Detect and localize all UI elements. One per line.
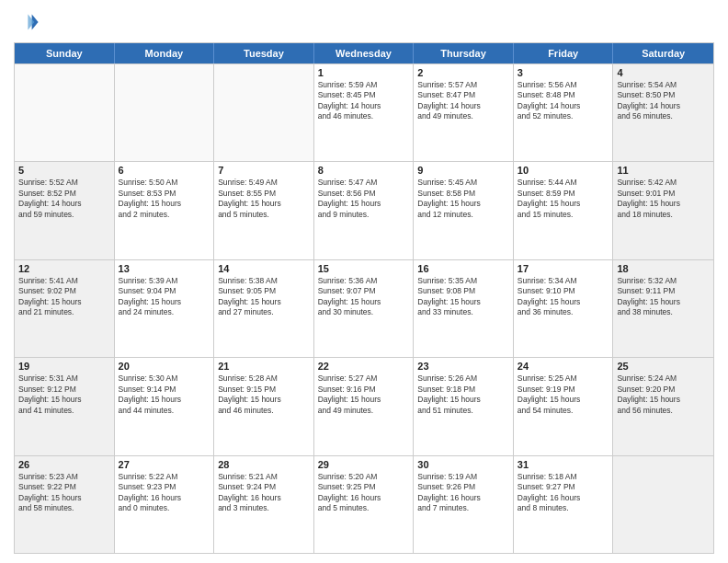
calendar-cell-day-10: 10Sunrise: 5:44 AM Sunset: 8:59 PM Dayli… — [514, 162, 614, 259]
day-number: 20 — [119, 361, 210, 372]
day-info: Sunrise: 5:49 AM Sunset: 8:55 PM Dayligh… — [218, 178, 310, 220]
calendar-cell-day-17: 17Sunrise: 5:34 AM Sunset: 9:10 PM Dayli… — [514, 260, 614, 357]
day-number: 6 — [119, 165, 210, 176]
day-number: 3 — [518, 67, 609, 78]
day-number: 30 — [417, 459, 509, 470]
calendar-cell-day-23: 23Sunrise: 5:26 AM Sunset: 9:18 PM Dayli… — [414, 358, 514, 454]
day-info: Sunrise: 5:54 AM Sunset: 8:50 PM Dayligh… — [617, 80, 710, 122]
day-info: Sunrise: 5:42 AM Sunset: 9:01 PM Dayligh… — [617, 178, 710, 220]
day-number: 27 — [119, 459, 210, 470]
calendar-cell-day-18: 18Sunrise: 5:32 AM Sunset: 9:11 PM Dayli… — [613, 260, 713, 357]
day-info: Sunrise: 5:22 AM Sunset: 9:23 PM Dayligh… — [119, 472, 210, 514]
calendar-cell-day-7: 7Sunrise: 5:49 AM Sunset: 8:55 PM Daylig… — [214, 162, 314, 259]
calendar-cell-day-3: 3Sunrise: 5:56 AM Sunset: 8:48 PM Daylig… — [514, 64, 614, 161]
day-info: Sunrise: 5:59 AM Sunset: 8:45 PM Dayligh… — [318, 80, 410, 122]
day-number: 29 — [318, 459, 410, 470]
calendar-header: SundayMondayTuesdayWednesdayThursdayFrid… — [15, 43, 713, 63]
calendar-row-3: 19Sunrise: 5:31 AM Sunset: 9:12 PM Dayli… — [15, 357, 713, 454]
day-info: Sunrise: 5:52 AM Sunset: 8:52 PM Dayligh… — [18, 178, 110, 220]
calendar-cell-day-9: 9Sunrise: 5:45 AM Sunset: 8:58 PM Daylig… — [414, 162, 514, 259]
calendar-cell-day-6: 6Sunrise: 5:50 AM Sunset: 8:53 PM Daylig… — [115, 162, 215, 259]
day-info: Sunrise: 5:45 AM Sunset: 8:58 PM Dayligh… — [417, 178, 509, 220]
day-number: 24 — [518, 361, 609, 372]
weekday-header-thursday: Thursday — [414, 43, 514, 63]
calendar-cell-day-19: 19Sunrise: 5:31 AM Sunset: 9:12 PM Dayli… — [15, 358, 115, 454]
day-number: 22 — [318, 361, 410, 372]
weekday-header-monday: Monday — [115, 43, 215, 63]
calendar-cell-empty — [115, 64, 215, 161]
day-info: Sunrise: 5:36 AM Sunset: 9:07 PM Dayligh… — [318, 276, 410, 318]
calendar-cell-day-30: 30Sunrise: 5:19 AM Sunset: 9:26 PM Dayli… — [414, 456, 514, 553]
day-info: Sunrise: 5:50 AM Sunset: 8:53 PM Dayligh… — [119, 178, 210, 220]
weekday-header-wednesday: Wednesday — [314, 43, 415, 63]
calendar-cell-day-31: 31Sunrise: 5:18 AM Sunset: 9:27 PM Dayli… — [514, 456, 614, 553]
calendar-cell-day-21: 21Sunrise: 5:28 AM Sunset: 9:15 PM Dayli… — [214, 358, 314, 454]
header — [14, 9, 714, 35]
day-number: 31 — [518, 459, 609, 470]
weekday-header-friday: Friday — [514, 43, 614, 63]
calendar-cell-day-11: 11Sunrise: 5:42 AM Sunset: 9:01 PM Dayli… — [613, 162, 713, 259]
calendar-cell-day-16: 16Sunrise: 5:35 AM Sunset: 9:08 PM Dayli… — [414, 260, 514, 357]
day-number: 13 — [119, 263, 210, 274]
day-number: 10 — [518, 165, 609, 176]
day-info: Sunrise: 5:34 AM Sunset: 9:10 PM Dayligh… — [518, 276, 609, 318]
day-info: Sunrise: 5:56 AM Sunset: 8:48 PM Dayligh… — [518, 80, 609, 122]
calendar-row-2: 12Sunrise: 5:41 AM Sunset: 9:02 PM Dayli… — [15, 259, 713, 357]
day-number: 14 — [218, 263, 310, 274]
day-number: 17 — [518, 263, 609, 274]
day-number: 19 — [18, 361, 110, 372]
day-number: 18 — [617, 263, 710, 274]
day-info: Sunrise: 5:18 AM Sunset: 9:27 PM Dayligh… — [518, 472, 609, 514]
day-number: 16 — [417, 263, 509, 274]
day-info: Sunrise: 5:30 AM Sunset: 9:14 PM Dayligh… — [119, 373, 210, 416]
day-info: Sunrise: 5:41 AM Sunset: 9:02 PM Dayligh… — [18, 276, 110, 318]
day-number: 7 — [218, 165, 310, 176]
day-info: Sunrise: 5:44 AM Sunset: 8:59 PM Dayligh… — [518, 178, 609, 220]
day-info: Sunrise: 5:57 AM Sunset: 8:47 PM Dayligh… — [417, 80, 509, 122]
calendar-cell-empty — [214, 64, 314, 161]
calendar-row-0: 1Sunrise: 5:59 AM Sunset: 8:45 PM Daylig… — [15, 63, 713, 161]
weekday-header-tuesday: Tuesday — [214, 43, 314, 63]
calendar-cell-day-1: 1Sunrise: 5:59 AM Sunset: 8:45 PM Daylig… — [314, 64, 415, 161]
day-number: 25 — [617, 361, 710, 372]
calendar-cell-day-25: 25Sunrise: 5:24 AM Sunset: 9:20 PM Dayli… — [613, 358, 713, 454]
day-info: Sunrise: 5:21 AM Sunset: 9:24 PM Dayligh… — [218, 472, 310, 514]
logo — [14, 9, 43, 35]
calendar-cell-day-12: 12Sunrise: 5:41 AM Sunset: 9:02 PM Dayli… — [15, 260, 115, 357]
day-info: Sunrise: 5:39 AM Sunset: 9:04 PM Dayligh… — [119, 276, 210, 318]
day-number: 9 — [417, 165, 509, 176]
calendar-row-4: 26Sunrise: 5:23 AM Sunset: 9:22 PM Dayli… — [15, 455, 713, 553]
logo-icon — [14, 9, 40, 35]
day-number: 28 — [218, 459, 310, 470]
day-info: Sunrise: 5:26 AM Sunset: 9:18 PM Dayligh… — [417, 373, 509, 416]
day-number: 4 — [617, 67, 710, 78]
day-number: 2 — [417, 67, 509, 78]
day-info: Sunrise: 5:23 AM Sunset: 9:22 PM Dayligh… — [18, 472, 110, 514]
calendar-cell-day-27: 27Sunrise: 5:22 AM Sunset: 9:23 PM Dayli… — [115, 456, 215, 553]
calendar-body: 1Sunrise: 5:59 AM Sunset: 8:45 PM Daylig… — [15, 63, 713, 553]
calendar-cell-day-5: 5Sunrise: 5:52 AM Sunset: 8:52 PM Daylig… — [15, 162, 115, 259]
day-info: Sunrise: 5:32 AM Sunset: 9:11 PM Dayligh… — [617, 276, 710, 318]
calendar-cell-day-14: 14Sunrise: 5:38 AM Sunset: 9:05 PM Dayli… — [214, 260, 314, 357]
calendar-cell-day-13: 13Sunrise: 5:39 AM Sunset: 9:04 PM Dayli… — [115, 260, 215, 357]
calendar-cell-day-29: 29Sunrise: 5:20 AM Sunset: 9:25 PM Dayli… — [314, 456, 415, 553]
day-number: 11 — [617, 165, 710, 176]
day-number: 5 — [18, 165, 110, 176]
calendar-cell-day-8: 8Sunrise: 5:47 AM Sunset: 8:56 PM Daylig… — [314, 162, 415, 259]
calendar-row-1: 5Sunrise: 5:52 AM Sunset: 8:52 PM Daylig… — [15, 161, 713, 259]
day-info: Sunrise: 5:25 AM Sunset: 9:19 PM Dayligh… — [518, 373, 609, 416]
day-number: 21 — [218, 361, 310, 372]
calendar-cell-day-26: 26Sunrise: 5:23 AM Sunset: 9:22 PM Dayli… — [15, 456, 115, 553]
calendar-cell-day-28: 28Sunrise: 5:21 AM Sunset: 9:24 PM Dayli… — [214, 456, 314, 553]
day-info: Sunrise: 5:31 AM Sunset: 9:12 PM Dayligh… — [18, 373, 110, 416]
day-info: Sunrise: 5:35 AM Sunset: 9:08 PM Dayligh… — [417, 276, 509, 318]
weekday-header-sunday: Sunday — [15, 43, 115, 63]
day-info: Sunrise: 5:20 AM Sunset: 9:25 PM Dayligh… — [318, 472, 410, 514]
day-number: 8 — [318, 165, 410, 176]
calendar-cell-day-15: 15Sunrise: 5:36 AM Sunset: 9:07 PM Dayli… — [314, 260, 415, 357]
day-number: 23 — [417, 361, 509, 372]
day-info: Sunrise: 5:24 AM Sunset: 9:20 PM Dayligh… — [617, 373, 710, 416]
day-info: Sunrise: 5:19 AM Sunset: 9:26 PM Dayligh… — [417, 472, 509, 514]
day-number: 12 — [18, 263, 110, 274]
day-info: Sunrise: 5:27 AM Sunset: 9:16 PM Dayligh… — [318, 373, 410, 416]
